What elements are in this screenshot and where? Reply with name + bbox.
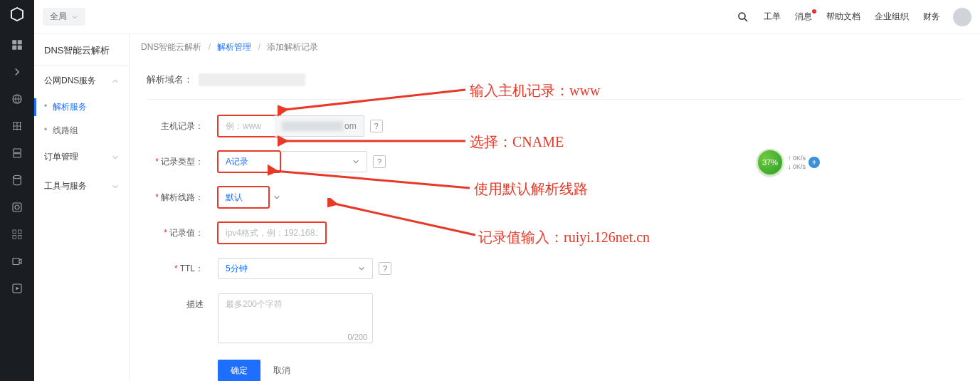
rail-item-dashboard[interactable] [0, 33, 34, 57]
sidebar-item-resolve[interactable]: 解析服务 [34, 95, 129, 119]
svg-rect-8 [13, 203, 21, 212]
domain-value-redacted [199, 73, 305, 86]
breadcrumb: DNS智能云解析 / 解析管理 / 添加解析记录 [130, 34, 980, 61]
rail-item-play[interactable] [0, 276, 34, 301]
rail-item-expand[interactable] [0, 60, 34, 84]
panel-title: DNS智能云解析 [34, 34, 129, 66]
main: DNS智能云解析 / 解析管理 / 添加解析记录 解析域名： 主机记录： om … [130, 34, 980, 381]
breadcrumb-sep: / [258, 42, 260, 52]
region-select[interactable]: 全局 [43, 8, 85, 26]
rail-item-apps[interactable] [0, 222, 34, 246]
help-icon[interactable]: ? [379, 262, 391, 275]
nav-group-public-dns[interactable]: 公网DNS服务 [34, 66, 129, 95]
type-value: A记录 [226, 156, 248, 168]
svg-point-7 [14, 175, 21, 179]
svg-rect-11 [19, 230, 22, 234]
top-link-help[interactable]: 帮助文档 [826, 11, 860, 23]
desc-counter: 0/200 [347, 333, 367, 341]
nav-group-label: 订单管理 [44, 151, 78, 163]
top-link-org[interactable]: 企业组织 [875, 11, 909, 23]
svg-rect-0 [12, 40, 16, 44]
sidebar-item-linegroup[interactable]: 线路组 [34, 119, 129, 142]
svg-rect-5 [14, 149, 21, 152]
rail-item-server[interactable] [0, 141, 34, 165]
submit-button[interactable]: 确定 [218, 360, 260, 381]
svg-rect-10 [13, 230, 16, 234]
help-icon[interactable]: ? [370, 120, 383, 132]
nav-group-label: 工具与服务 [44, 180, 87, 192]
avatar[interactable] [953, 8, 971, 26]
host-label: 主机记录： [147, 115, 204, 132]
chevron-down-icon [358, 265, 365, 272]
svg-rect-13 [19, 236, 22, 239]
rail-item-grid[interactable] [0, 114, 34, 138]
search-icon[interactable] [737, 11, 749, 24]
domain-row: 解析域名： [147, 73, 963, 100]
chevron-down-icon [71, 14, 78, 21]
speed-down: 0K/s [788, 162, 806, 171]
chevron-down-icon [352, 158, 359, 165]
top-bar: 全局 工单 消息 帮助文档 企业组织 财务 [34, 0, 980, 34]
chevron-up-icon [112, 78, 119, 85]
nav-group-tools[interactable]: 工具与服务 [34, 172, 129, 201]
value-input[interactable] [218, 222, 326, 244]
host-input[interactable] [218, 115, 280, 137]
svg-rect-2 [12, 46, 16, 50]
line-value: 默认 [226, 192, 243, 204]
speed-percent: 37% [757, 149, 784, 176]
ttl-value: 5分钟 [226, 263, 248, 275]
value-label: 记录值： [147, 222, 204, 239]
chevron-down-icon [112, 154, 119, 161]
sidebar: DNS智能云解析 公网DNS服务 解析服务 线路组 订单管理 工具与服务 [34, 34, 130, 381]
breadcrumb-root: DNS智能云解析 [141, 42, 201, 52]
svg-rect-12 [13, 236, 16, 239]
content: 解析域名： 主机记录： om ? 记录类型： A记录 [130, 61, 980, 381]
svg-rect-3 [18, 46, 22, 50]
logo-icon [9, 6, 26, 23]
top-link-message[interactable]: 消息 [795, 11, 812, 23]
chevron-down-icon [273, 194, 280, 201]
help-icon[interactable]: ? [373, 155, 386, 168]
speed-stats: 0K/s 0K/s [788, 154, 806, 171]
nav-group-label: 公网DNS服务 [44, 75, 96, 87]
icon-rail [0, 0, 34, 381]
domain-label: 解析域名： [147, 73, 193, 86]
cancel-button[interactable]: 取消 [273, 360, 290, 381]
ttl-select[interactable]: 5分钟 [218, 258, 373, 279]
top-link-ticket[interactable]: 工单 [764, 11, 781, 23]
speed-widget[interactable]: 37% 0K/s 0K/s + [757, 148, 831, 177]
speed-up: 0K/s [788, 154, 806, 162]
rail-item-circle[interactable] [0, 195, 34, 219]
region-label: 全局 [50, 11, 67, 23]
svg-point-16 [739, 13, 745, 19]
rail-item-globe[interactable] [0, 87, 34, 111]
line-select[interactable]: 默认 [218, 187, 269, 208]
host-suffix: om [275, 115, 364, 137]
breadcrumb-sep: / [209, 42, 211, 52]
svg-rect-1 [18, 40, 22, 44]
chevron-down-icon [112, 183, 119, 190]
svg-point-9 [15, 205, 19, 209]
desc-label: 描述 [147, 293, 204, 310]
svg-rect-14 [13, 259, 19, 265]
type-label: 记录类型： [147, 151, 204, 168]
top-link-finance[interactable]: 财务 [923, 11, 940, 23]
breadcrumb-link-manage[interactable]: 解析管理 [217, 42, 251, 52]
nav-group-order[interactable]: 订单管理 [34, 142, 129, 172]
line-label: 解析线路： [147, 187, 204, 204]
breadcrumb-current: 添加解析记录 [267, 42, 318, 52]
rail-item-video[interactable] [0, 249, 34, 273]
speed-plus-icon[interactable]: + [808, 157, 820, 168]
rail-item-database[interactable] [0, 168, 34, 192]
ttl-label: TTL： [147, 258, 204, 275]
type-select[interactable]: A记录 [218, 151, 280, 172]
svg-rect-6 [14, 154, 21, 157]
